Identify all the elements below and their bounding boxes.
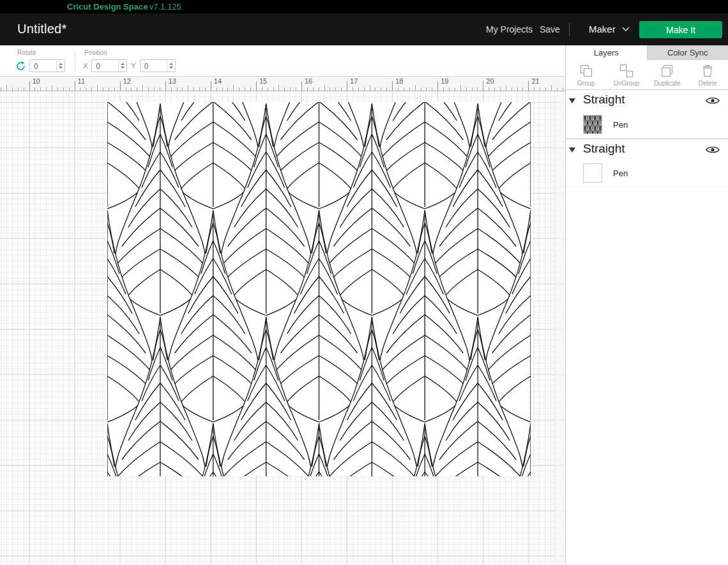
rotate-stepper[interactable] xyxy=(56,60,64,72)
ruler-number: 12 xyxy=(123,77,131,85)
duplicate-button[interactable]: Duplicate xyxy=(647,60,688,89)
visibility-eye-icon[interactable] xyxy=(706,96,720,105)
edit-toolbar: Rotate 0 Position X 0 Y 0 xyxy=(0,45,565,77)
machine-selector[interactable]: Maker xyxy=(589,24,630,34)
my-projects-link[interactable]: My Projects xyxy=(486,24,533,34)
app-name: Cricut Design Space xyxy=(67,0,148,13)
ruler-tick xyxy=(437,81,438,91)
ruler-tick xyxy=(358,87,359,91)
ruler-tick xyxy=(222,87,223,91)
ruler-tick xyxy=(114,87,115,91)
header-bar: Untitled* My Projects Save Maker Make It xyxy=(0,13,728,45)
position-x-stepper[interactable] xyxy=(118,60,126,72)
ruler-tick xyxy=(432,87,432,91)
delete-button[interactable]: Delete xyxy=(688,60,728,89)
ruler-tick xyxy=(472,87,473,91)
stepper-down-icon[interactable] xyxy=(121,66,125,69)
ruler-tick xyxy=(171,87,172,91)
collapse-caret-icon[interactable] xyxy=(569,147,575,153)
ruler-tick xyxy=(34,87,35,91)
collapse-caret-icon[interactable] xyxy=(569,98,575,103)
ruler-tick xyxy=(227,87,228,91)
ruler-tick xyxy=(137,87,137,91)
ruler-tick xyxy=(557,87,557,91)
stepper-up-icon[interactable] xyxy=(169,63,173,65)
ruler-tick xyxy=(188,85,188,91)
ruler-tick xyxy=(500,87,501,91)
tab-layers[interactable]: Layers xyxy=(566,45,647,60)
ruler-tick xyxy=(421,87,421,91)
ruler-number: 11 xyxy=(78,77,85,85)
position-y-stepper[interactable] xyxy=(167,60,175,72)
layer-row[interactable]: Pen xyxy=(566,160,728,187)
ruler-tick xyxy=(386,87,387,91)
duplicate-icon xyxy=(660,63,675,79)
ruler-tick xyxy=(91,87,92,91)
delete-button-label: Delete xyxy=(699,80,717,87)
position-y-input[interactable]: 0 xyxy=(140,59,176,72)
ruler-tick xyxy=(483,81,483,91)
ruler-tick xyxy=(57,87,58,91)
ruler-tick xyxy=(545,87,546,91)
ruler-tick xyxy=(489,87,489,91)
group-button[interactable]: Group xyxy=(566,60,607,89)
ruler-tick xyxy=(313,87,314,91)
y-axis-label: Y xyxy=(131,62,135,70)
ruler-tick xyxy=(1,87,1,91)
ruler-tick xyxy=(239,87,239,91)
ruler-tick xyxy=(63,87,64,91)
ruler-tick xyxy=(46,87,47,91)
ruler-tick xyxy=(522,87,523,91)
ruler-number: 15 xyxy=(259,77,267,85)
stepper-up-icon[interactable] xyxy=(59,63,63,65)
layer-thumbnail xyxy=(583,115,602,134)
header-divider xyxy=(569,23,570,36)
make-it-button[interactable]: Make It xyxy=(639,21,722,38)
design-canvas[interactable] xyxy=(0,91,565,565)
ruler-tick xyxy=(563,87,563,91)
ruler-tick xyxy=(404,87,404,91)
ruler-tick xyxy=(398,87,398,91)
ruler-tick xyxy=(443,87,444,91)
ruler-tick xyxy=(415,85,416,91)
tab-color-sync[interactable]: Color Sync xyxy=(647,45,728,60)
canvas-artwork[interactable] xyxy=(107,102,531,476)
duplicate-button-label: Duplicate xyxy=(654,80,681,87)
layer-group-title: Straight xyxy=(583,93,625,107)
ruler-tick xyxy=(506,85,506,91)
rotate-icon[interactable] xyxy=(15,61,26,72)
rotate-input[interactable]: 0 xyxy=(29,59,65,72)
ruler-tick xyxy=(233,85,234,91)
chevron-down-icon xyxy=(622,27,630,31)
stepper-down-icon[interactable] xyxy=(169,66,173,69)
save-link[interactable]: Save xyxy=(540,24,560,34)
layer-row[interactable]: Pen xyxy=(566,111,728,139)
ruler-number: 17 xyxy=(350,77,358,85)
ruler-tick xyxy=(256,81,257,91)
vertical-scrollbar[interactable] xyxy=(554,91,565,565)
stepper-down-icon[interactable] xyxy=(59,66,63,69)
ruler-tick xyxy=(182,87,183,91)
ruler-tick xyxy=(347,81,347,91)
ruler-tick xyxy=(262,87,262,91)
ruler-tick xyxy=(290,87,291,91)
visibility-eye-icon[interactable] xyxy=(706,146,720,154)
position-x-value: 0 xyxy=(96,62,100,71)
stepper-up-icon[interactable] xyxy=(121,63,125,65)
ruler-tick xyxy=(80,87,80,91)
ruler-tick xyxy=(109,87,109,91)
position-x-input[interactable]: 0 xyxy=(91,59,127,72)
ruler-number: 18 xyxy=(395,77,403,85)
ungroup-button[interactable]: UnGroup xyxy=(607,60,648,89)
ruler-number: 20 xyxy=(486,77,494,85)
ruler-tick xyxy=(460,85,461,91)
ruler-tick xyxy=(142,85,143,91)
machine-label: Maker xyxy=(589,24,616,34)
document-title[interactable]: Untitled* xyxy=(17,22,66,36)
ruler-tick xyxy=(335,87,336,91)
ruler-tick xyxy=(52,85,52,91)
ungroup-icon xyxy=(619,63,634,79)
horizontal-ruler: 101112131415161718192021 xyxy=(0,77,565,91)
ruler-tick xyxy=(330,87,330,91)
ruler-number: 14 xyxy=(214,77,222,85)
